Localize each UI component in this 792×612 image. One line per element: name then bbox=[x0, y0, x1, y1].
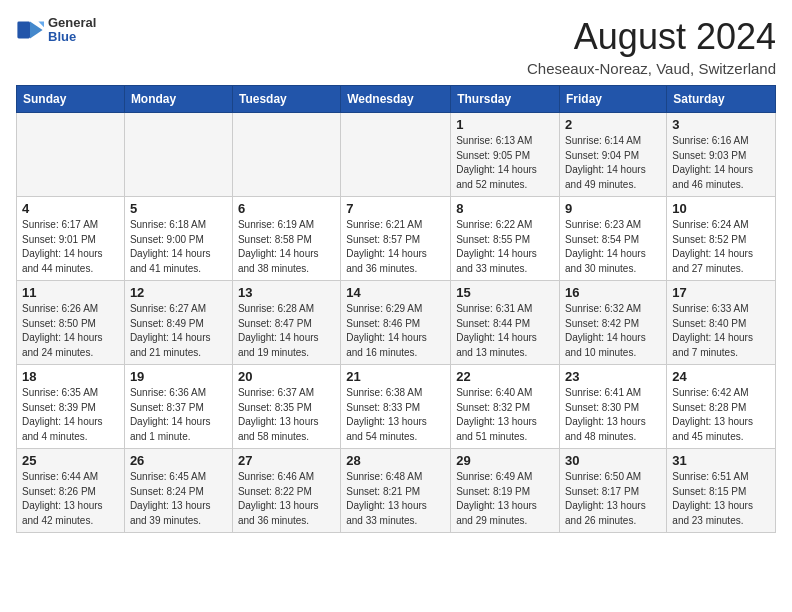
title-block: August 2024 Cheseaux-Noreaz, Vaud, Switz… bbox=[527, 16, 776, 77]
calendar-week-2: 4Sunrise: 6:17 AM Sunset: 9:01 PM Daylig… bbox=[17, 197, 776, 281]
calendar-cell: 21Sunrise: 6:38 AM Sunset: 8:33 PM Dayli… bbox=[341, 365, 451, 449]
day-number: 13 bbox=[238, 285, 335, 300]
day-number: 26 bbox=[130, 453, 227, 468]
calendar-cell: 5Sunrise: 6:18 AM Sunset: 9:00 PM Daylig… bbox=[124, 197, 232, 281]
day-info: Sunrise: 6:51 AM Sunset: 8:15 PM Dayligh… bbox=[672, 470, 770, 528]
calendar-cell: 13Sunrise: 6:28 AM Sunset: 8:47 PM Dayli… bbox=[232, 281, 340, 365]
calendar-cell: 28Sunrise: 6:48 AM Sunset: 8:21 PM Dayli… bbox=[341, 449, 451, 533]
calendar-cell bbox=[341, 113, 451, 197]
calendar-cell: 22Sunrise: 6:40 AM Sunset: 8:32 PM Dayli… bbox=[451, 365, 560, 449]
day-info: Sunrise: 6:50 AM Sunset: 8:17 PM Dayligh… bbox=[565, 470, 661, 528]
day-number: 16 bbox=[565, 285, 661, 300]
svg-marker-1 bbox=[30, 22, 43, 39]
day-number: 23 bbox=[565, 369, 661, 384]
calendar-week-4: 18Sunrise: 6:35 AM Sunset: 8:39 PM Dayli… bbox=[17, 365, 776, 449]
day-number: 5 bbox=[130, 201, 227, 216]
page-header: General Blue August 2024 Cheseaux-Noreaz… bbox=[16, 16, 776, 77]
day-info: Sunrise: 6:36 AM Sunset: 8:37 PM Dayligh… bbox=[130, 386, 227, 444]
day-number: 30 bbox=[565, 453, 661, 468]
day-header-tuesday: Tuesday bbox=[232, 86, 340, 113]
logo-icon bbox=[16, 16, 44, 44]
calendar-cell: 27Sunrise: 6:46 AM Sunset: 8:22 PM Dayli… bbox=[232, 449, 340, 533]
day-info: Sunrise: 6:37 AM Sunset: 8:35 PM Dayligh… bbox=[238, 386, 335, 444]
calendar-cell: 6Sunrise: 6:19 AM Sunset: 8:58 PM Daylig… bbox=[232, 197, 340, 281]
day-info: Sunrise: 6:13 AM Sunset: 9:05 PM Dayligh… bbox=[456, 134, 554, 192]
day-info: Sunrise: 6:31 AM Sunset: 8:44 PM Dayligh… bbox=[456, 302, 554, 360]
calendar-cell: 18Sunrise: 6:35 AM Sunset: 8:39 PM Dayli… bbox=[17, 365, 125, 449]
calendar-week-3: 11Sunrise: 6:26 AM Sunset: 8:50 PM Dayli… bbox=[17, 281, 776, 365]
day-number: 22 bbox=[456, 369, 554, 384]
calendar-table: SundayMondayTuesdayWednesdayThursdayFrid… bbox=[16, 85, 776, 533]
day-number: 7 bbox=[346, 201, 445, 216]
day-info: Sunrise: 6:44 AM Sunset: 8:26 PM Dayligh… bbox=[22, 470, 119, 528]
calendar-cell: 24Sunrise: 6:42 AM Sunset: 8:28 PM Dayli… bbox=[667, 365, 776, 449]
calendar-cell: 26Sunrise: 6:45 AM Sunset: 8:24 PM Dayli… bbox=[124, 449, 232, 533]
day-info: Sunrise: 6:19 AM Sunset: 8:58 PM Dayligh… bbox=[238, 218, 335, 276]
calendar-cell: 31Sunrise: 6:51 AM Sunset: 8:15 PM Dayli… bbox=[667, 449, 776, 533]
calendar-cell: 17Sunrise: 6:33 AM Sunset: 8:40 PM Dayli… bbox=[667, 281, 776, 365]
day-number: 15 bbox=[456, 285, 554, 300]
day-number: 4 bbox=[22, 201, 119, 216]
calendar-week-1: 1Sunrise: 6:13 AM Sunset: 9:05 PM Daylig… bbox=[17, 113, 776, 197]
calendar-cell: 20Sunrise: 6:37 AM Sunset: 8:35 PM Dayli… bbox=[232, 365, 340, 449]
day-info: Sunrise: 6:26 AM Sunset: 8:50 PM Dayligh… bbox=[22, 302, 119, 360]
calendar-cell: 14Sunrise: 6:29 AM Sunset: 8:46 PM Dayli… bbox=[341, 281, 451, 365]
day-number: 6 bbox=[238, 201, 335, 216]
calendar-cell bbox=[232, 113, 340, 197]
day-info: Sunrise: 6:41 AM Sunset: 8:30 PM Dayligh… bbox=[565, 386, 661, 444]
day-info: Sunrise: 6:16 AM Sunset: 9:03 PM Dayligh… bbox=[672, 134, 770, 192]
calendar-cell: 1Sunrise: 6:13 AM Sunset: 9:05 PM Daylig… bbox=[451, 113, 560, 197]
day-info: Sunrise: 6:32 AM Sunset: 8:42 PM Dayligh… bbox=[565, 302, 661, 360]
day-info: Sunrise: 6:48 AM Sunset: 8:21 PM Dayligh… bbox=[346, 470, 445, 528]
day-number: 19 bbox=[130, 369, 227, 384]
day-info: Sunrise: 6:24 AM Sunset: 8:52 PM Dayligh… bbox=[672, 218, 770, 276]
calendar-cell bbox=[124, 113, 232, 197]
calendar-cell: 30Sunrise: 6:50 AM Sunset: 8:17 PM Dayli… bbox=[560, 449, 667, 533]
day-number: 25 bbox=[22, 453, 119, 468]
month-title: August 2024 bbox=[527, 16, 776, 58]
day-info: Sunrise: 6:46 AM Sunset: 8:22 PM Dayligh… bbox=[238, 470, 335, 528]
day-info: Sunrise: 6:27 AM Sunset: 8:49 PM Dayligh… bbox=[130, 302, 227, 360]
day-header-thursday: Thursday bbox=[451, 86, 560, 113]
day-number: 21 bbox=[346, 369, 445, 384]
day-info: Sunrise: 6:23 AM Sunset: 8:54 PM Dayligh… bbox=[565, 218, 661, 276]
day-number: 9 bbox=[565, 201, 661, 216]
calendar-header-row: SundayMondayTuesdayWednesdayThursdayFrid… bbox=[17, 86, 776, 113]
location-title: Cheseaux-Noreaz, Vaud, Switzerland bbox=[527, 60, 776, 77]
calendar-cell: 2Sunrise: 6:14 AM Sunset: 9:04 PM Daylig… bbox=[560, 113, 667, 197]
day-info: Sunrise: 6:14 AM Sunset: 9:04 PM Dayligh… bbox=[565, 134, 661, 192]
svg-marker-2 bbox=[38, 22, 44, 28]
calendar-cell: 8Sunrise: 6:22 AM Sunset: 8:55 PM Daylig… bbox=[451, 197, 560, 281]
day-info: Sunrise: 6:28 AM Sunset: 8:47 PM Dayligh… bbox=[238, 302, 335, 360]
calendar-cell: 25Sunrise: 6:44 AM Sunset: 8:26 PM Dayli… bbox=[17, 449, 125, 533]
calendar-cell: 11Sunrise: 6:26 AM Sunset: 8:50 PM Dayli… bbox=[17, 281, 125, 365]
calendar-cell: 12Sunrise: 6:27 AM Sunset: 8:49 PM Dayli… bbox=[124, 281, 232, 365]
calendar-cell: 9Sunrise: 6:23 AM Sunset: 8:54 PM Daylig… bbox=[560, 197, 667, 281]
calendar-cell: 16Sunrise: 6:32 AM Sunset: 8:42 PM Dayli… bbox=[560, 281, 667, 365]
day-header-friday: Friday bbox=[560, 86, 667, 113]
day-info: Sunrise: 6:29 AM Sunset: 8:46 PM Dayligh… bbox=[346, 302, 445, 360]
day-number: 10 bbox=[672, 201, 770, 216]
logo-general: General bbox=[48, 16, 96, 30]
day-header-wednesday: Wednesday bbox=[341, 86, 451, 113]
day-info: Sunrise: 6:40 AM Sunset: 8:32 PM Dayligh… bbox=[456, 386, 554, 444]
day-info: Sunrise: 6:45 AM Sunset: 8:24 PM Dayligh… bbox=[130, 470, 227, 528]
calendar-cell: 29Sunrise: 6:49 AM Sunset: 8:19 PM Dayli… bbox=[451, 449, 560, 533]
calendar-cell: 7Sunrise: 6:21 AM Sunset: 8:57 PM Daylig… bbox=[341, 197, 451, 281]
day-header-sunday: Sunday bbox=[17, 86, 125, 113]
calendar-cell: 23Sunrise: 6:41 AM Sunset: 8:30 PM Dayli… bbox=[560, 365, 667, 449]
day-number: 2 bbox=[565, 117, 661, 132]
day-number: 1 bbox=[456, 117, 554, 132]
logo-blue: Blue bbox=[48, 30, 96, 44]
day-number: 24 bbox=[672, 369, 770, 384]
calendar-cell: 3Sunrise: 6:16 AM Sunset: 9:03 PM Daylig… bbox=[667, 113, 776, 197]
calendar-cell: 4Sunrise: 6:17 AM Sunset: 9:01 PM Daylig… bbox=[17, 197, 125, 281]
day-number: 20 bbox=[238, 369, 335, 384]
day-number: 29 bbox=[456, 453, 554, 468]
day-info: Sunrise: 6:17 AM Sunset: 9:01 PM Dayligh… bbox=[22, 218, 119, 276]
day-info: Sunrise: 6:18 AM Sunset: 9:00 PM Dayligh… bbox=[130, 218, 227, 276]
day-number: 27 bbox=[238, 453, 335, 468]
day-info: Sunrise: 6:35 AM Sunset: 8:39 PM Dayligh… bbox=[22, 386, 119, 444]
day-header-saturday: Saturday bbox=[667, 86, 776, 113]
calendar-week-5: 25Sunrise: 6:44 AM Sunset: 8:26 PM Dayli… bbox=[17, 449, 776, 533]
